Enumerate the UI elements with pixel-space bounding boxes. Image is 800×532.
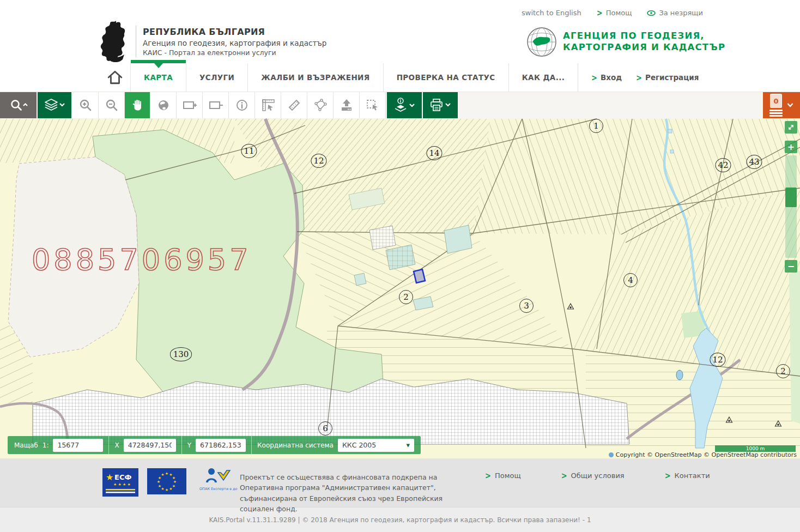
accessibility-link[interactable]: За незрящи xyxy=(647,9,703,17)
svg-text:ЕСФ: ЕСФ xyxy=(114,473,131,481)
zoom-rect-out-button[interactable] xyxy=(203,92,229,118)
zoom-slider-handle[interactable] xyxy=(785,188,797,207)
rectangle-minus-icon xyxy=(208,99,223,112)
select-button[interactable] xyxy=(360,92,386,118)
footer-contacts-link[interactable]: >Контакти xyxy=(665,471,710,480)
footer-terms-link[interactable]: >Общи условия xyxy=(561,471,625,480)
coat-of-arms-lion-icon xyxy=(100,21,131,62)
selected-parcel xyxy=(414,269,425,283)
map-marker: 6 xyxy=(318,421,332,436)
search-icon xyxy=(9,98,28,112)
rectangle-plus-icon xyxy=(182,99,197,112)
eye-icon xyxy=(647,10,656,16)
globe-extent-button[interactable] xyxy=(150,92,177,118)
globe-icon xyxy=(156,98,171,112)
divider xyxy=(136,26,136,57)
help-link[interactable]: >Помощ xyxy=(597,9,632,17)
layers-button[interactable] xyxy=(38,92,71,118)
main-nav: КАРТА УСЛУГИ ЖАЛБИ И ВЪЗРАЖЕНИЯ ПРОВЕРКА… xyxy=(0,63,800,92)
agency-title: Агенция по геодезия, картография и кадас… xyxy=(143,39,326,47)
tab-zhalbi[interactable]: ЖАЛБИ И ВЪЗРАЖЕНИЯ xyxy=(247,63,383,92)
measure-area-button[interactable] xyxy=(307,92,334,118)
y-coordinate-input[interactable] xyxy=(196,439,246,452)
watermark-phone: 0885706957 xyxy=(32,243,252,277)
zoom-in-icon xyxy=(78,98,93,112)
scale-input[interactable] xyxy=(53,439,103,452)
login-link[interactable]: >Вход xyxy=(591,73,622,82)
map-marker: 43 xyxy=(746,155,762,169)
x-coordinate-input[interactable] xyxy=(124,439,176,452)
scale-ratio: 1: xyxy=(43,442,49,449)
switch-language-link[interactable]: switch to English xyxy=(522,9,581,17)
info-button[interactable] xyxy=(229,92,255,118)
map-marker: 12 xyxy=(710,353,725,367)
zoom-rect-in-button[interactable] xyxy=(177,92,203,118)
chevron-right-icon: > xyxy=(636,72,642,82)
home-icon xyxy=(106,70,124,85)
map-marker: 12 xyxy=(311,154,326,168)
chevron-down-icon: ▾ xyxy=(406,441,410,449)
osm-dot-icon xyxy=(609,452,614,457)
upload-button[interactable] xyxy=(334,92,360,118)
search-button[interactable] xyxy=(0,92,37,118)
tab-kak-da[interactable]: КАК ДА... xyxy=(508,63,579,92)
measure-distance-button[interactable] xyxy=(281,92,307,118)
y-label: Y xyxy=(187,442,191,449)
chevron-down-icon xyxy=(787,102,793,108)
svg-text:★: ★ xyxy=(157,480,160,484)
map-marker: 11 xyxy=(241,144,257,158)
svg-text:★: ★ xyxy=(165,488,168,492)
print-dropdown[interactable] xyxy=(422,92,458,118)
coordinates-button[interactable] xyxy=(255,92,281,118)
top-bar: switch to English >Помощ За незрящи xyxy=(0,0,800,22)
layer-info-dropdown[interactable] xyxy=(386,92,422,118)
cart-dropdown[interactable]: 0 xyxy=(763,92,800,118)
map-toolbar: 0 xyxy=(0,92,800,118)
crs-label: Координатна система xyxy=(257,442,334,449)
svg-text:★: ★ xyxy=(165,471,168,476)
zoom-out-button[interactable] xyxy=(99,92,125,118)
layer-info-icon xyxy=(392,97,416,113)
header: РЕПУБЛИКА БЪЛГАРИЯ Агенция по геодезия, … xyxy=(0,22,800,63)
zoom-in-map-button[interactable]: + xyxy=(785,141,797,153)
kais-portal-page: switch to English >Помощ За незрящи РЕПУ… xyxy=(0,0,800,532)
agency-logo-line1: АГЕНЦИЯ ПО ГЕОДЕЗИЯ, xyxy=(563,31,725,42)
chevron-right-icon: > xyxy=(591,72,597,82)
zoom-out-map-button[interactable]: − xyxy=(785,260,797,273)
x-label: X xyxy=(114,442,119,449)
cadastral-map[interactable]: 0885706957 111121442434321306122 Мащаб 1… xyxy=(0,118,800,458)
opak-logo: ОПАК Експерти в действие xyxy=(195,466,238,499)
pan-button[interactable] xyxy=(125,92,150,118)
zoom-in-button[interactable] xyxy=(72,92,99,118)
map-statusbar: Мащаб 1: X Y Координатна система ККС 200… xyxy=(8,436,421,454)
svg-text:ОПАК Експерти в действие: ОПАК Експерти в действие xyxy=(199,487,238,491)
project-funding-text: Проектът се осъществява с финансовата по… xyxy=(240,472,460,515)
crs-select[interactable]: ККС 2005 ▾ xyxy=(338,439,414,452)
tab-uslugi[interactable]: УСЛУГИ xyxy=(186,63,247,92)
chevron-right-icon: > xyxy=(561,471,567,480)
active-tab-triangle xyxy=(154,63,163,68)
tab-karta[interactable]: КАРТА xyxy=(130,63,186,92)
register-link[interactable]: >Регистрация xyxy=(636,73,699,82)
globe-bulgaria-icon xyxy=(526,26,557,58)
map-marker: 1 xyxy=(589,119,603,133)
chevron-right-icon: > xyxy=(485,471,491,480)
fullscreen-icon xyxy=(787,124,795,131)
fullscreen-button[interactable] xyxy=(785,121,797,134)
svg-text:★ ★ ★ ★: ★ ★ ★ ★ xyxy=(113,482,131,487)
svg-text:★: ★ xyxy=(158,484,161,488)
tab-proverka-status[interactable]: ПРОВЕРКА НА СТАТУС xyxy=(383,63,508,92)
brand-left[interactable]: РЕПУБЛИКА БЪЛГАРИЯ Агенция по геодезия, … xyxy=(100,21,326,62)
coordinates-ruler-icon xyxy=(260,98,276,112)
esf-logo: ★ ЕСФ ★ ★ ★ ★ xyxy=(102,468,138,497)
footer-help-link[interactable]: >Помощ xyxy=(485,471,521,480)
home-button[interactable] xyxy=(100,63,130,92)
zoom-slider[interactable] xyxy=(785,155,797,258)
eu-flag-logo: ★★★ ★★★ ★★★ ★★★ xyxy=(147,468,186,497)
map-marker: 130 xyxy=(170,347,192,361)
zoom-out-icon xyxy=(105,98,119,112)
layers-icon xyxy=(44,98,65,113)
osm-copyright: Copyright © OpenStreetMap © OpenStreetMa… xyxy=(609,451,797,458)
ruler-icon xyxy=(287,98,301,112)
map-marker: 2 xyxy=(776,364,790,378)
